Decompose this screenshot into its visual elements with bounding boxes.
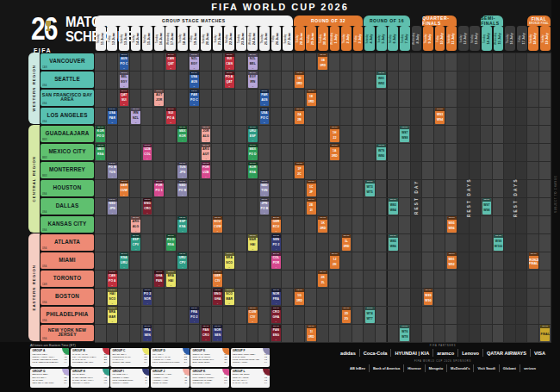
grid-line [95,306,551,307]
separator [473,364,474,372]
match-cell: 12:00ENGvGHAL [213,289,222,305]
city-cell-boston: BOSTONUSA [40,289,94,306]
match-cell: 15:00BRONZEvFINAL [529,252,538,269]
group-card-f: GROUP FNETHERLANDS (NED)F1JAPAN (JPN)F2P… [231,348,270,367]
sponsor-logo-globant: Globant [503,366,516,370]
match-cell: 18:00W93vW94 [435,108,445,124]
match-cell: 12:00PANvCROL [202,325,211,341]
separator [432,349,433,357]
rest-label: REST DAYS [457,53,481,342]
match-cell: 12:00BRAvHAIC [166,271,176,287]
date-capsule: Friday26 June [271,26,282,51]
match-cell: 18:00URUvESPH [248,126,258,142]
sponsors-block: FIFA PARTNERS adidasCoca-ColaHYUNDAI | K… [338,345,548,372]
date-capsule: Saturday27 June [283,26,293,51]
separator [369,364,370,372]
match-cell: 21:00NZLvBELG [248,53,258,70]
match-cell: 15:00FINAL [540,325,550,341]
match-cell: 21:002Kv2L [318,271,327,287]
match-cell: 15:00NORvSENI [213,325,222,341]
match-cell: 18:00W95vW96 [447,216,457,233]
match-cell: 15:00W89vW90 [424,289,433,305]
date-capsule: Tuesday30 June [318,26,328,51]
match-cell: 18:00SCOvMARC [225,289,234,305]
match-cell: 21:00USAvPARD [108,108,117,124]
grid-line [95,288,551,289]
city-cell-new-york-new-jersey: NEW YORK NEW JERSEYUSA [40,325,94,342]
match-cell: 18:00ARGvALGJ [131,216,140,233]
match-cell: 18:00CANvPO AB [108,271,117,287]
times-note: All times are Eastern Time (ET) [30,344,76,347]
match-cell: 15:00W81vW82 [376,72,386,88]
trophy-icon [45,21,52,33]
match-cell: 21:00COLvPORK [271,252,281,269]
match-cell: 15:00W97vW98 [482,198,492,215]
match-cell: 21:00ARGvAUTJ [202,144,211,160]
city-cell-mexico-city: MEXICO CITYMEX [40,144,94,161]
match-cell: 21:002Ev2I [307,198,316,215]
region-strip-central: CENTRAL REGION [28,125,40,233]
match-cell: 21:00FRAvSENI [143,325,152,341]
match-cell: 18:00AUTvJORJ [154,90,164,106]
date-capsule: Friday19 June [190,26,200,51]
match-cell: 21:001Jv2H [330,252,339,269]
city-cell-seattle: SEATTLEUSA [40,72,94,89]
date-capsule: Tuesday14 July [482,26,492,51]
match-cell: 18:00BRAvSCOC [225,252,234,269]
stage-banner-r16: ROUND OF 16 [364,16,409,26]
date-capsule: Thursday11 June [96,26,106,51]
sponsors-label: FIFA WORLD CUP 2026 SPONSORS [338,360,548,363]
match-cell: 18:00PORvUZBK [202,162,211,178]
side-note: SUBJECT TO CHANGE [552,52,559,336]
match-cell: 12:00ENGvCROL [143,198,152,215]
city-cell-atlanta: ATLANTAUSA [40,234,94,252]
match-cell: 15:00W73vW75 [365,180,375,196]
match-cell: 15:00PANvENGL [271,325,281,341]
date-capsule: Thursday18 June [177,26,188,51]
match-cell: 15:00W87vW88 [400,126,409,142]
city-cell-houston: HOUSTONUSA [40,180,94,197]
date-capsule: Thursday9 July [423,26,433,51]
date-capsule: Sunday12 July [458,26,469,51]
grid-line [95,233,551,234]
match-cell: 15:00NEDvTUNF [260,180,270,196]
group-card-g: GROUP GBELGIUM (BEL)G1EGYPT (EGY)G2IRAN … [30,369,69,388]
city-cell-kansas-city: KANSAS CITYUSA [40,216,94,233]
match-cell: 18:00NZLvEGYG [190,53,199,70]
match-cell: 18:00SENvPO 2I [271,234,281,251]
match-cell: 12:00MARvHAIC [248,234,258,251]
date-capsule: Sunday14 June [131,26,141,51]
separator [499,364,500,372]
separator [457,349,458,357]
group-card-d: GROUP DUSA (USA)D1PARAGUAY (PAR)D2AUSTRA… [151,348,190,367]
match-cell: 15:00PO AvQATB [225,72,234,88]
date-capsule: Saturday18 July [528,26,538,51]
date-capsule: Monday29 June [306,26,316,51]
match-cell: 12:001Iv3RD [307,325,316,341]
grid-line [95,143,551,144]
date-capsule: Monday22 June [224,26,234,51]
date-capsule: Saturday13 June [119,26,129,51]
match-cell: 18:00BELvEGYG [120,72,129,88]
match-cell: 18:00W85vW86 [389,234,398,251]
page-title: FIFA WORLD CUP 2026 [0,2,560,12]
match-cell: 15:00NEDvJPNF [108,198,117,215]
match-cell: 12:00PO BvTUNF [108,162,117,178]
match-cell: 15:001Bv3RD [318,53,327,70]
city-cell-miami: MIAMIUSA [40,252,94,270]
group-card-a: GROUP AMEXICO (MEX)A1SOUTH AFRICA (RSA)A… [30,348,69,367]
sponsor-logo-aramco: aramco [437,351,454,356]
rest-label: REST DAY [411,53,423,342]
group-card-l: GROUP LENGLAND (ENG)L1CROATIA (CRO)L2GHA… [231,369,270,388]
group-card-j: GROUP JARGENTINA (ARG)J1ALGERIA (ALG)J2A… [151,369,190,388]
match-cell: 12:00CUWvCIVE [248,307,258,323]
match-cell: 15:00W99vW100 [494,234,503,251]
match-cell: 18:00GERvCIVE [213,271,222,287]
date-capsule: Sunday21 June [213,26,223,51]
city-cell-guadalajara: GUADALAJARAMEX [40,126,94,143]
match-cell: 18:001Av3RD [330,144,339,160]
date-capsule: Thursday25 June [259,26,270,51]
date-capsule: Wednesday24 June [247,26,258,51]
grid-line [95,161,551,162]
grid-line [95,252,551,252]
